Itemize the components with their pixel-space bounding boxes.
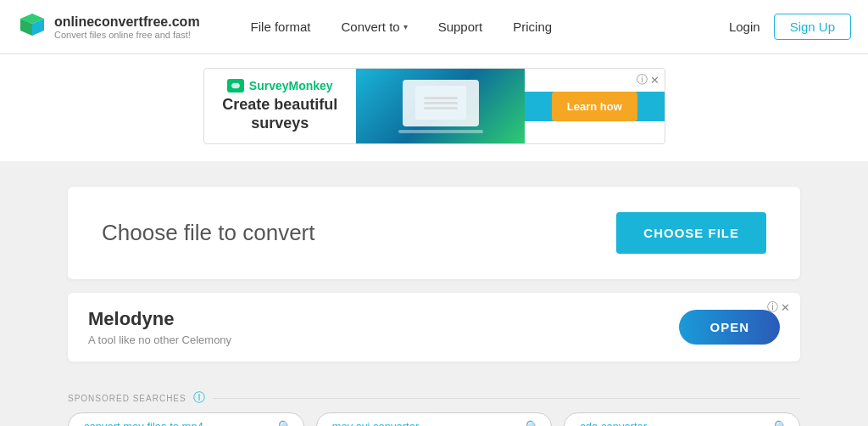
ad-left: SurveyMonkey Create beautiful surveys	[204, 79, 356, 132]
ad-block2: ⓘ ✕ Melodyne A tool like no other Celemo…	[68, 293, 800, 362]
nav-file-format[interactable]: File format	[251, 20, 311, 34]
sponsored-section: SPONSORED SEARCHES ⓘ convert mov files t…	[0, 378, 868, 426]
logo-subtitle: Convert files online free and fast!	[54, 30, 200, 40]
logo-area: onlineconvertfree.com Convert files onli…	[17, 12, 200, 42]
search-icon-3: 🔍	[774, 420, 787, 426]
ad-tagline: Create beautiful surveys	[218, 96, 342, 132]
login-button[interactable]: Login	[729, 20, 760, 34]
search-pill-2[interactable]: mov avi converter 🔍	[316, 412, 553, 426]
search-pill-1[interactable]: convert mov files to mp4 🔍	[68, 412, 304, 426]
ad-area: ⓘ ✕ SurveyMonkey Create beautiful survey…	[0, 54, 868, 161]
close-icon[interactable]: ✕	[650, 74, 659, 87]
search-icon-2: 🔍	[526, 420, 539, 426]
main-content: Choose file to convert CHOOSE FILE ⓘ ✕ M…	[0, 161, 868, 378]
logo-icon	[17, 12, 47, 42]
ad2-title: Melodyne	[88, 308, 231, 330]
sm-icon	[227, 79, 244, 92]
ad-mid-graphic	[356, 68, 525, 144]
nav-support[interactable]: Support	[438, 20, 483, 34]
pill-text-3: cda converter	[580, 420, 647, 426]
ad2-left: Melodyne A tool like no other Celemony	[88, 308, 231, 346]
search-pill-3[interactable]: cda converter 🔍	[564, 412, 800, 426]
pill-text-1: convert mov files to mp4	[84, 420, 203, 426]
survey-monkey-logo: SurveyMonkey	[227, 79, 333, 92]
header-actions: Login Sign Up	[729, 14, 851, 40]
ad2-close[interactable]: ⓘ ✕	[767, 300, 790, 315]
logo-text-block: onlineconvertfree.com Convert files onli…	[54, 14, 200, 40]
chevron-down-icon: ▾	[403, 22, 408, 31]
ad-banner: ⓘ ✕ SurveyMonkey Create beautiful survey…	[203, 68, 665, 144]
learn-how-button[interactable]: Learn how	[552, 92, 637, 121]
choose-file-button[interactable]: CHOOSE FILE	[616, 212, 766, 254]
search-icon-1: 🔍	[278, 420, 292, 426]
convert-label: Choose file to convert	[102, 220, 314, 246]
main-nav: File format Convert to ▾ Support Pricing	[251, 20, 729, 34]
search-pills: convert mov files to mp4 🔍 mov avi conve…	[68, 412, 800, 426]
ad-close[interactable]: ⓘ ✕	[637, 72, 659, 87]
sponsored-label: SPONSORED SEARCHES ⓘ	[68, 390, 800, 406]
nav-pricing[interactable]: Pricing	[513, 20, 552, 34]
info-icon: ⓘ	[637, 72, 648, 87]
pill-text-2: mov avi converter	[332, 420, 420, 426]
ad2-info-icon: ⓘ	[767, 300, 778, 315]
logo-title: onlineconvertfree.com	[54, 14, 200, 30]
signup-button[interactable]: Sign Up	[774, 14, 851, 40]
nav-convert-to[interactable]: Convert to ▾	[341, 20, 407, 34]
convert-box: Choose file to convert CHOOSE FILE	[68, 187, 800, 279]
ad2-close-icon[interactable]: ✕	[781, 301, 790, 314]
ad2-open-button[interactable]: OPEN	[679, 310, 780, 345]
sponsored-info-icon[interactable]: ⓘ	[193, 390, 206, 406]
ad2-subtitle: A tool like no other Celemony	[88, 334, 231, 346]
survey-monkey-brand: SurveyMonkey	[249, 79, 333, 92]
ad-right: Learn how	[525, 92, 664, 121]
header: onlineconvertfree.com Convert files onli…	[0, 0, 868, 54]
